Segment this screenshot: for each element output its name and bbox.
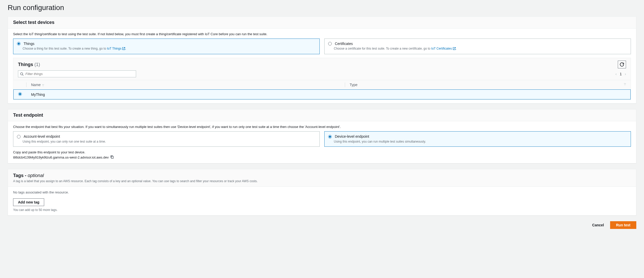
radio-icon[interactable] xyxy=(18,92,22,96)
col-name[interactable]: Name▽ xyxy=(26,80,345,90)
copy-icon[interactable] xyxy=(110,155,114,160)
tile-account-endpoint[interactable]: Account-level endpoint Using this endpoi… xyxy=(13,131,320,146)
radio-icon xyxy=(328,42,332,45)
tags-panel: Tags - optional A tag is a label that yo… xyxy=(8,169,636,216)
tags-description: A tag is a label that you assign to an A… xyxy=(13,179,631,183)
tile-certificates-desc: Choose a certificate for this test suite… xyxy=(334,47,627,51)
cancel-button[interactable]: Cancel xyxy=(590,221,607,229)
radio-icon xyxy=(328,135,332,138)
test-endpoint-description: Choose the endpoint that best fits your … xyxy=(13,125,631,129)
run-test-button[interactable]: Run test xyxy=(610,221,636,229)
select-devices-description: Select the IoT thing/certificate to test… xyxy=(13,32,631,36)
col-select xyxy=(14,80,27,90)
tag-limit-text: You can add up to 50 more tags. xyxy=(13,208,631,212)
prev-page-button[interactable]: ‹ xyxy=(615,72,617,76)
svg-point-0 xyxy=(21,73,23,75)
radio-icon xyxy=(17,135,21,138)
things-subpanel: Things (1) ‹ 1 › xyxy=(13,58,631,100)
things-table: Name▽ Type▽ MyThing xyxy=(13,80,631,99)
things-subpanel-title: Things (1) xyxy=(18,62,40,67)
filter-things-wrap xyxy=(18,70,136,77)
tile-things-title: Things xyxy=(24,42,34,46)
endpoint-copy-instruction: Copy and paste this endpoint to your tes… xyxy=(13,150,631,154)
test-endpoint-header: Test endpoint xyxy=(8,109,636,121)
table-row[interactable]: MyThing xyxy=(14,90,631,99)
cell-type xyxy=(345,90,631,99)
refresh-button[interactable] xyxy=(618,61,626,68)
tags-header: Tags - optional xyxy=(13,173,631,178)
tile-certificates[interactable]: Certificates Choose a certificate for th… xyxy=(324,39,631,54)
iot-certificates-link[interactable]: IoT Certificates xyxy=(431,47,456,50)
tile-device-endpoint[interactable]: Device-level endpoint Using this endpoin… xyxy=(324,131,631,146)
cell-name: MyThing xyxy=(26,90,345,99)
tile-account-desc: Using this endpoint, you can only run on… xyxy=(23,140,316,143)
paginator: ‹ 1 › xyxy=(615,72,626,76)
footer-actions: Cancel Run test xyxy=(8,221,636,229)
endpoint-value: t86dcb4139t4y919yk9tzu6.gamma.us-west-2.… xyxy=(13,155,109,159)
no-tags-text: No tags associated with the resource. xyxy=(13,190,631,194)
test-endpoint-panel: Test endpoint Choose the endpoint that b… xyxy=(8,109,636,163)
external-link-icon xyxy=(453,47,456,51)
select-test-devices-header: Select test devices xyxy=(8,17,636,29)
tile-things[interactable]: Things Choose a thing for this test suit… xyxy=(13,39,320,54)
sort-icon: ▽ xyxy=(624,83,626,86)
col-type[interactable]: Type▽ xyxy=(345,80,631,90)
select-test-devices-panel: Select test devices Select the IoT thing… xyxy=(8,16,636,104)
radio-icon xyxy=(17,42,21,45)
page-number: 1 xyxy=(620,72,622,76)
sort-icon: ▽ xyxy=(42,84,44,87)
tile-things-desc: Choose a thing for this test suite. To c… xyxy=(23,47,316,51)
next-page-button[interactable]: › xyxy=(625,72,626,76)
external-link-icon xyxy=(122,47,125,51)
iot-things-link[interactable]: IoT Things xyxy=(107,47,125,50)
tile-device-desc: Using this endpoint, you can run multipl… xyxy=(334,140,627,143)
filter-things-input[interactable] xyxy=(18,70,136,77)
tile-device-title: Device-level endpoint xyxy=(335,135,369,139)
svg-rect-1 xyxy=(111,156,113,158)
page-title: Run configuration xyxy=(8,4,636,12)
search-icon xyxy=(20,72,24,76)
tile-certificates-title: Certificates xyxy=(335,42,353,46)
tile-account-title: Account-level endpoint xyxy=(24,135,60,139)
add-new-tag-button[interactable]: Add new tag xyxy=(13,198,44,206)
